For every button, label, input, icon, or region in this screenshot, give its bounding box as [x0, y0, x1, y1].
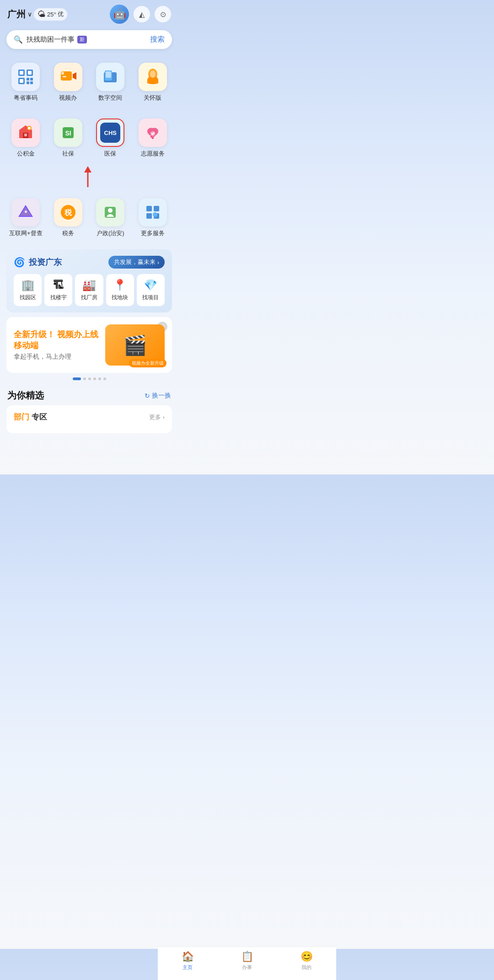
- location-area[interactable]: 广州 ∨ 🌤 25° 优: [7, 8, 67, 21]
- svg-rect-4: [30, 78, 33, 81]
- weather-icon: 🌤: [38, 10, 46, 19]
- refresh-action[interactable]: ↻ 换一换: [145, 392, 171, 400]
- xiangmu-label: 找项目: [142, 294, 159, 302]
- svg-point-23: [28, 127, 31, 129]
- icon-box-zhiyuan: [139, 118, 167, 147]
- camera-icon[interactable]: ⊙: [155, 6, 171, 22]
- yuanqu-icon: 🏢: [21, 279, 35, 291]
- icon-label-gengduo: 更多服务: [141, 229, 165, 237]
- svg-rect-8: [28, 71, 32, 75]
- status-bar: 广州 ∨ 🌤 25° 优 🤖 ◭ ⊙: [0, 0, 178, 27]
- invest-item-fangchan[interactable]: 🏭 找厂房: [75, 274, 103, 306]
- icon-item-shuzikj[interactable]: 数字空间: [89, 58, 132, 107]
- icon-item-gengduo[interactable]: 更多服务: [132, 194, 174, 242]
- featured-header: 为你精选 ↻ 换一换: [0, 384, 178, 405]
- icon-label-shebao: 社保: [62, 150, 74, 158]
- red-arrow: [74, 164, 102, 190]
- invest-banner: 🌀 投资广东 共发展，赢未来 › 🏢 找园区 🏗 找楼宇 🏭 找厂房 �: [6, 249, 172, 312]
- dot-3[interactable]: [93, 377, 96, 380]
- invest-item-xiangmu[interactable]: 💎 找项目: [137, 274, 165, 306]
- refresh-icon: ↻: [145, 392, 150, 399]
- svg-rect-9: [20, 79, 23, 83]
- invest-items: 🏢 找园区 🏗 找楼宇 🏭 找厂房 📍 找地块 💎 找项目: [14, 274, 165, 306]
- chs-logo: CHS: [100, 123, 120, 143]
- search-placeholder: 扶残助困一件事: [27, 35, 75, 44]
- icon-item-shuiwu[interactable]: 税 税务: [47, 194, 90, 242]
- louyu-label: 找楼宇: [50, 294, 67, 302]
- dept-more-button[interactable]: 更多 ›: [149, 413, 165, 421]
- icon-item-hulianwang[interactable]: ★ 互联网+督查: [5, 194, 47, 242]
- carousel-dots: [0, 377, 178, 380]
- svg-rect-38: [146, 213, 152, 219]
- promo-banner: ✕ 全新升级！ 视频办上线移动端 拿起手机，马上办理 🎬 视频办全新升级: [6, 317, 172, 373]
- status-right: 🤖 ◭ ⊙: [110, 5, 171, 24]
- icon-item-yueshengma[interactable]: 粤省事码: [5, 58, 47, 107]
- yuanqu-label: 找园区: [20, 294, 36, 302]
- svg-rect-6: [30, 81, 33, 84]
- svg-rect-7: [20, 71, 23, 75]
- svg-marker-28: [84, 166, 91, 172]
- icon-grid-row2: 公积金 SI 社保 CHS 医保: [0, 110, 178, 166]
- invest-slogan-text: 共发展，赢未来: [114, 258, 156, 266]
- bot-avatar[interactable]: 🤖: [110, 5, 129, 24]
- invest-item-dikuai[interactable]: 📍 找地块: [106, 274, 134, 306]
- svg-rect-11: [61, 72, 64, 75]
- icon-box-guanhuai: [139, 63, 167, 91]
- icon-box-huzheng: [96, 198, 124, 226]
- dot-5[interactable]: [103, 377, 106, 380]
- fangchan-label: 找厂房: [81, 294, 97, 302]
- icon-box-hulianwang: ★: [11, 198, 40, 226]
- city-name: 广州: [7, 8, 26, 21]
- dept-title-dark: 专区: [32, 413, 47, 421]
- dikuai-label: 找地块: [112, 294, 128, 302]
- svg-rect-36: [146, 206, 152, 211]
- promo-title: 全新升级！ 视频办上线移动端: [14, 329, 105, 351]
- icon-label-shuiwu: 税务: [62, 229, 74, 237]
- dept-title: 部门 专区: [14, 412, 47, 422]
- icon-item-huzheng[interactable]: 户政(治安): [89, 194, 132, 242]
- refresh-label: 换一换: [152, 392, 171, 400]
- dot-4[interactable]: [98, 377, 101, 380]
- icon-item-gongjijin[interactable]: 公积金: [5, 114, 47, 162]
- dept-section: 部门 专区 更多 ›: [6, 405, 172, 433]
- promo-image: 🎬 视频办全新升级: [105, 324, 165, 366]
- invest-title: 🌀 投资广东: [14, 257, 62, 268]
- dot-1[interactable]: [83, 377, 86, 380]
- search-bar[interactable]: 🔍 扶残助困一件事 新 搜索: [6, 30, 172, 49]
- svg-point-18: [150, 70, 156, 78]
- svg-text:税: 税: [64, 208, 72, 216]
- promo-subtitle: 拿起手机，马上办理: [14, 353, 105, 361]
- invest-title-text: 投资广东: [29, 257, 62, 268]
- search-text: 扶残助困一件事 新: [27, 35, 150, 44]
- icon-box-shuzikj: [96, 63, 124, 91]
- icon-item-yibao[interactable]: CHS 医保: [89, 114, 132, 162]
- svg-rect-21: [24, 134, 27, 136]
- invest-item-louyu[interactable]: 🏗 找楼宇: [44, 274, 72, 306]
- icon-item-videoban[interactable]: 视频办: [47, 58, 90, 107]
- icon-item-guanhuai[interactable]: 关怀版: [132, 58, 174, 107]
- dot-2[interactable]: [88, 377, 91, 380]
- icon-item-zhiyuan[interactable]: 志愿服务: [132, 114, 174, 162]
- invest-item-yuanqu[interactable]: 🏢 找园区: [14, 274, 42, 306]
- dot-0[interactable]: [73, 377, 81, 380]
- promo-badge-text: 全新升级！: [14, 330, 55, 339]
- svg-marker-12: [73, 72, 76, 80]
- svg-text:SI: SI: [65, 129, 71, 137]
- xiangmu-icon: 💎: [144, 279, 157, 291]
- icon-item-shebao[interactable]: SI 社保: [47, 114, 90, 162]
- svg-rect-3: [27, 78, 29, 81]
- icon-label-hulianwang: 互联网+督查: [9, 229, 43, 237]
- invest-header: 🌀 投资广东 共发展，赢未来 ›: [14, 256, 165, 269]
- dept-title-orange: 部门: [14, 413, 29, 421]
- svg-rect-5: [27, 81, 29, 84]
- invest-slogan[interactable]: 共发展，赢未来 ›: [108, 256, 165, 269]
- temperature: 25°: [47, 11, 56, 18]
- dikuai-icon: 📍: [113, 279, 127, 291]
- location-icon[interactable]: ◭: [134, 6, 150, 22]
- svg-rect-37: [154, 206, 159, 211]
- icon-label-shuzikj: 数字空间: [98, 94, 122, 102]
- search-button[interactable]: 搜索: [150, 35, 165, 44]
- icon-label-videoban: 视频办: [59, 94, 77, 102]
- featured-title: 为你精选: [7, 389, 44, 402]
- icon-box-gongjijin: [11, 118, 40, 147]
